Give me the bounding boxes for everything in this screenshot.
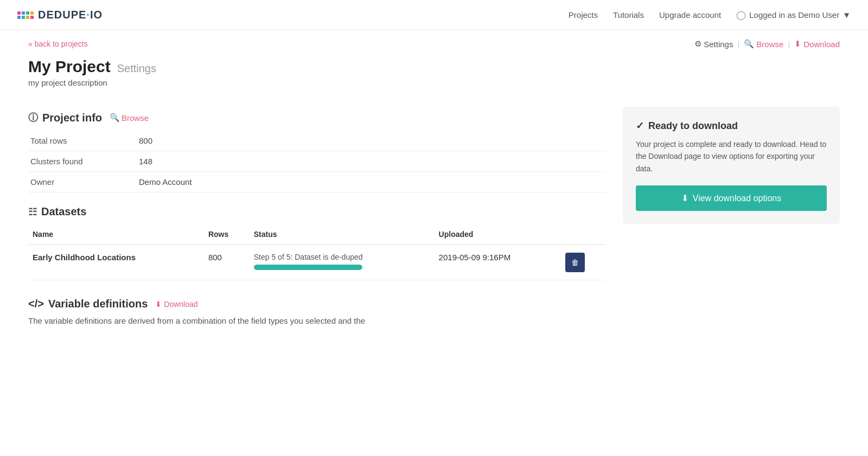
- project-info-table: Total rows 800 Clusters found 148 Owner …: [28, 131, 605, 192]
- download-btn-icon: ⬇: [681, 193, 688, 203]
- delete-dataset-button[interactable]: 🗑: [565, 253, 585, 272]
- download-btn-label: View download options: [693, 194, 781, 203]
- label-clusters: Clusters found: [28, 151, 137, 172]
- back-to-projects-link[interactable]: « back to projects: [28, 40, 88, 48]
- var-definitions-header: </> Variable definitions ⬇ Download: [28, 298, 605, 310]
- main-column: ⓘ Project info 🔍 Browse Total rows 800 C…: [28, 98, 605, 345]
- progress-bar-container: [254, 265, 362, 270]
- sidebar-column: ✓ Ready to download Your project is comp…: [623, 107, 840, 224]
- grid-dot-5: [17, 16, 21, 19]
- col-rows: Rows: [204, 224, 250, 245]
- page-header: My Project Settings my project descripti…: [28, 53, 840, 98]
- download-icon-var: ⬇: [155, 300, 162, 309]
- datasets-title: Datasets: [41, 205, 86, 218]
- project-info-section-header: ⓘ Project info 🔍 Browse: [28, 111, 605, 124]
- progress-bar-fill: [254, 265, 362, 270]
- nav-links: Projects Tutorials Upgrade account ◯ Log…: [569, 10, 851, 20]
- info-icon: ⓘ: [28, 111, 38, 124]
- value-clusters: 148: [137, 151, 605, 172]
- grid-dot-6: [22, 16, 25, 19]
- trash-icon: 🗑: [571, 258, 579, 267]
- var-definitions-title: Variable definitions: [48, 298, 148, 310]
- dataset-name: Early Childhood Locations: [28, 245, 204, 280]
- user-menu[interactable]: ◯ Logged in as Demo User ▼: [736, 10, 851, 20]
- value-owner: Demo Account: [137, 172, 605, 192]
- chevron-down-icon: ▼: [843, 10, 851, 20]
- brand-grid-icon: [17, 11, 34, 19]
- variable-definitions-section: </> Variable definitions ⬇ Download The …: [28, 298, 605, 345]
- table-row-total-rows: Total rows 800: [28, 131, 605, 151]
- dataset-status: Step 5 of 5: Dataset is de-duped: [250, 245, 435, 280]
- grid-dot-8: [30, 16, 34, 19]
- project-info-browse-link[interactable]: 🔍 Browse: [110, 113, 149, 123]
- col-status: Status: [250, 224, 435, 245]
- nav-tutorials[interactable]: Tutorials: [613, 10, 644, 20]
- settings-link[interactable]: ⚙ Settings: [694, 39, 733, 49]
- top-actions: ⚙ Settings | 🔍 Browse | ⬇ Download: [694, 39, 840, 49]
- grid-dot-4: [30, 11, 34, 15]
- label-total-rows: Total rows: [28, 131, 137, 151]
- table-row-owner: Owner Demo Account: [28, 172, 605, 192]
- project-info-title: Project info: [42, 112, 102, 124]
- download-icon-top: ⬇: [794, 39, 801, 49]
- datasets-section-header: ☷ Datasets: [28, 205, 605, 218]
- user-label: Logged in as Demo User: [749, 10, 839, 20]
- datasets-table-header-row: Name Rows Status Uploaded: [28, 224, 605, 245]
- nav-projects[interactable]: Projects: [569, 10, 598, 20]
- table-row: Early Childhood Locations 800 Step 5 of …: [28, 245, 605, 280]
- breadcrumb-bar: « back to projects ⚙ Settings | 🔍 Browse…: [28, 30, 840, 53]
- settings-link-label: Settings: [704, 40, 733, 49]
- view-download-options-button[interactable]: ⬇ View download options: [636, 185, 827, 211]
- var-download-link[interactable]: ⬇ Download: [155, 300, 197, 309]
- page-description: my project description: [28, 78, 840, 87]
- checkmark-icon: ✓: [636, 120, 644, 132]
- ready-to-download-card: ✓ Ready to download Your project is comp…: [623, 107, 840, 224]
- user-icon: ◯: [736, 10, 746, 20]
- page-title: My Project: [28, 57, 111, 76]
- nav-upgrade[interactable]: Upgrade account: [659, 10, 721, 20]
- search-icon: 🔍: [744, 39, 754, 49]
- label-owner: Owner: [28, 172, 137, 192]
- brand-logo: DEDUPE·IO: [17, 9, 103, 21]
- dataset-delete-cell: 🗑: [561, 245, 605, 280]
- col-uploaded: Uploaded: [435, 224, 561, 245]
- gear-icon: ⚙: [694, 39, 701, 49]
- page-title-row: My Project Settings: [28, 57, 840, 76]
- table-row-clusters: Clusters found 148: [28, 151, 605, 172]
- grid-dot-1: [17, 11, 21, 15]
- brand-name: DEDUPE·IO: [38, 9, 103, 21]
- content-row: ⓘ Project info 🔍 Browse Total rows 800 C…: [28, 98, 840, 345]
- grid-dot-7: [26, 16, 29, 19]
- separator-1: |: [737, 40, 739, 49]
- datasets-table: Name Rows Status Uploaded Early Childhoo…: [28, 224, 605, 280]
- var-description: The variable definitions are derived fro…: [28, 314, 605, 327]
- code-icon: </>: [28, 298, 44, 310]
- download-link-top[interactable]: ⬇ Download: [794, 39, 840, 49]
- brand-dot: ·: [86, 9, 90, 21]
- ready-description: Your project is complete and ready to do…: [636, 138, 827, 175]
- col-name: Name: [28, 224, 204, 245]
- value-total-rows: 800: [137, 131, 605, 151]
- navbar: DEDUPE·IO Projects Tutorials Upgrade acc…: [0, 0, 868, 30]
- dataset-uploaded: 2019-05-09 9:16PM: [435, 245, 561, 280]
- ready-title: ✓ Ready to download: [636, 120, 827, 132]
- table-icon: ☷: [28, 206, 37, 218]
- browse-search-icon: 🔍: [110, 113, 120, 123]
- grid-dot-2: [22, 11, 25, 15]
- page-settings-label: Settings: [117, 62, 156, 75]
- main-container: « back to projects ⚙ Settings | 🔍 Browse…: [11, 30, 857, 345]
- browse-link-top[interactable]: 🔍 Browse: [744, 39, 783, 49]
- grid-dot-3: [26, 11, 29, 15]
- dataset-rows: 800: [204, 245, 250, 280]
- separator-2: |: [788, 40, 790, 49]
- col-actions: [561, 224, 605, 245]
